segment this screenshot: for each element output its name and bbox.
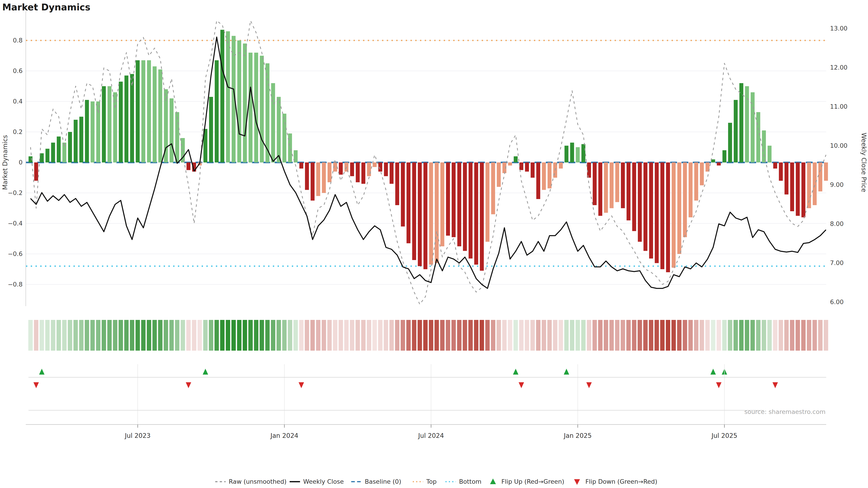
heatmap-cell [417,320,422,351]
heatmap-cell [203,320,208,351]
heatmap-cell [581,320,585,351]
heatmap-cell [694,320,698,351]
heatmap-cell [226,320,230,351]
osc-bar [169,98,174,163]
heatmap-cell [739,320,743,351]
osc-bar [215,60,219,162]
legend-flip-down-icon [574,479,580,485]
heatmap-cell [440,320,444,351]
heatmap-cell [248,320,253,351]
heatmap-cell [333,320,337,351]
heatmap-cell [722,320,726,351]
flip-down-marker [519,382,524,388]
osc-bar [508,162,512,166]
heatmap-cell [502,320,506,351]
osc-bar [249,53,252,162]
osc-bar [457,162,461,246]
heatmap-cell [384,320,388,351]
osc-bar [429,162,433,265]
heatmap-cell [762,320,766,351]
y-tick-label-right: 6.00 [830,298,844,305]
heatmap-cell [45,320,50,351]
heatmap-cell [28,320,33,351]
osc-bar [520,162,523,170]
osc-bar [559,162,563,168]
legend-item-label: Bottom [459,478,482,485]
osc-bar [694,162,698,201]
heatmap-cell [373,320,377,351]
heatmap-cell [790,320,794,351]
heatmap-cell [175,320,179,351]
heatmap-cell [299,320,303,351]
osc-bar [469,162,472,258]
osc-bar [525,162,529,172]
osc-bar [514,156,518,162]
heatmap-cell [271,320,275,351]
osc-bar [604,162,608,213]
heatmap-cell [711,320,715,351]
osc-bar [717,162,721,166]
osc-bar [158,69,162,162]
osc-bar [243,43,247,163]
heatmap-cell [807,320,811,351]
y-tick-label-right: 11.00 [830,103,847,110]
heatmap-cell [784,320,789,351]
x-tick-label: Jan 2024 [270,432,298,440]
osc-bar [463,162,467,251]
osc-bar [610,162,614,208]
osc-bar [621,162,625,208]
marker-panel [26,364,826,424]
osc-bar [406,162,410,243]
heatmap-cell [756,320,761,351]
heatmap-cell [243,320,247,351]
osc-bar [779,162,783,181]
osc-bar [220,30,224,162]
osc-bar [356,162,360,182]
osc-bar [728,123,732,163]
flip-up-marker [564,369,569,375]
osc-bar [542,162,546,190]
heatmap-cell [113,320,117,351]
legend-item-label: Baseline (0) [365,478,401,485]
osc-bar [649,162,653,258]
osc-bar [632,162,636,231]
heatmap-cell [124,320,129,351]
heatmap-cell [677,320,681,351]
flip-up-marker [39,369,44,375]
heatmap-cell [666,320,670,351]
heatmap-cell [587,320,591,351]
heatmap-cell [39,320,44,351]
osc-bar [68,132,72,162]
heatmap-cell [423,320,428,351]
osc-bar [51,142,55,162]
heatmap-cell [541,320,546,351]
osc-bar [57,136,61,162]
heatmap-cell [322,320,326,351]
heatmap-cell [525,320,529,351]
heatmap-cell [96,320,100,351]
y-tick-label-left: −0.2 [8,189,23,196]
heatmap-cell [604,320,608,351]
heatmap-cell [79,320,84,351]
heatmap-cell [181,320,185,351]
osc-bar [688,162,692,217]
heatmap-cell [130,320,134,351]
heatmap-cell [643,320,648,351]
osc-bar [666,162,670,272]
heatmap-cell [164,320,168,351]
heatmap-cell [350,320,354,351]
y-tick-label-left: −0.8 [8,281,23,288]
osc-bar [598,162,602,216]
legend-item-label: Flip Down (Green→Red) [585,478,657,485]
flip-down-marker [299,382,304,388]
heatmap-cell [197,320,202,351]
osc-bar [446,162,450,236]
osc-bar [677,162,681,254]
heatmap-cell [632,320,636,351]
heatmap-cell [536,320,540,351]
osc-bar [412,162,416,260]
heatmap-cell [429,320,433,351]
osc-bar [762,130,766,162]
osc-bar [700,162,704,185]
legend-item-label: Raw (unsmoothed) [229,478,287,485]
